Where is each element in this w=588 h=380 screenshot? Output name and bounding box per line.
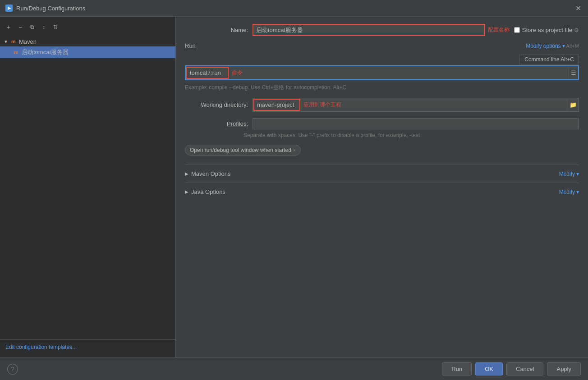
- store-project-checkbox[interactable]: [514, 27, 520, 33]
- maven-group-header[interactable]: ▼ m Maven: [0, 37, 175, 46]
- workdir-annotation: 应用到哪个工程: [303, 101, 341, 109]
- tree-area: ▼ m Maven m 启动tomcat服务器: [0, 34, 175, 339]
- workdir-row: Working directory: 应用到哪个工程 📁: [185, 98, 579, 112]
- java-chevron-icon: ▶: [185, 189, 188, 194]
- folder-button[interactable]: 📁: [567, 99, 579, 111]
- java-options-title: Java Options: [191, 188, 559, 195]
- name-input[interactable]: [253, 25, 484, 35]
- java-options-section: ▶ Java Options Modify ▾: [185, 183, 579, 201]
- command-row: 命令 ☰: [185, 65, 579, 80]
- run-button[interactable]: Run: [442, 362, 472, 375]
- copy-button[interactable]: ⧉: [27, 22, 37, 32]
- tag-row: Open run/debug tool window when started …: [185, 145, 579, 156]
- example-text: Example: compile --debug. Use Ctrl+空格 fo…: [185, 84, 579, 92]
- bottom-bar: ? Run OK Cancel Apply: [0, 357, 588, 380]
- dialog-title: Run/Debug Configurations: [16, 5, 574, 12]
- command-annotation: 命令: [232, 69, 243, 77]
- name-row: Name: 配置名称 Store as project file ⚙: [185, 24, 579, 36]
- tag-close-icon[interactable]: ×: [293, 147, 296, 153]
- command-input[interactable]: [187, 68, 228, 78]
- title-bar: ▶ Run/Debug Configurations ✕: [0, 0, 588, 17]
- tomcat-config-item[interactable]: m 启动tomcat服务器: [0, 46, 175, 58]
- maven-group-icon: m: [10, 38, 17, 45]
- ok-button[interactable]: OK: [475, 362, 503, 375]
- maven-modify-link[interactable]: Modify ▾: [559, 171, 579, 177]
- profiles-row: Profiles:: [185, 118, 579, 129]
- modify-options-link[interactable]: Modify options ▾ Alt+M: [526, 43, 579, 49]
- app-icon: ▶: [5, 5, 13, 12]
- java-options-header[interactable]: ▶ Java Options Modify ▾: [185, 183, 579, 201]
- profiles-hint: Separate with spaces. Use "-" prefix to …: [185, 132, 579, 138]
- run-section-title: Run: [185, 42, 196, 49]
- close-button[interactable]: ✕: [574, 4, 583, 13]
- name-annotation: 配置名称: [488, 26, 510, 34]
- tool-window-tag[interactable]: Open run/debug tool window when started …: [185, 145, 301, 156]
- name-input-container: 配置名称: [253, 24, 510, 36]
- edit-templates-link[interactable]: Edit configuration templates...: [5, 344, 77, 350]
- toolbar: + − ⧉ ↕ ⇅: [0, 20, 175, 34]
- left-footer: Edit configuration templates...: [0, 339, 175, 354]
- workdir-input[interactable]: [254, 100, 299, 110]
- move-button[interactable]: ↕: [39, 22, 49, 32]
- profiles-input[interactable]: [253, 118, 579, 129]
- workdir-label: Working directory:: [185, 101, 253, 108]
- maven-chevron-icon: ▶: [185, 171, 188, 176]
- workdir-input-wrapper: 应用到哪个工程 📁: [253, 98, 579, 112]
- store-project-row: Store as project file ⚙: [514, 27, 579, 33]
- run-section-header: Run Modify options ▾ Alt+M: [185, 42, 579, 49]
- chevron-down-icon: ▼: [4, 39, 8, 44]
- add-button[interactable]: +: [4, 22, 14, 32]
- remove-button[interactable]: −: [15, 22, 25, 32]
- maven-child-icon: m: [13, 49, 20, 56]
- sort-button[interactable]: ⇅: [51, 22, 60, 32]
- cancel-button[interactable]: Cancel: [506, 362, 543, 375]
- maven-options-title: Maven Options: [191, 170, 559, 177]
- help-button[interactable]: ?: [7, 364, 18, 375]
- right-panel: Name: 配置名称 Store as project file ⚙: [176, 17, 588, 357]
- maven-group: ▼ m Maven m 启动tomcat服务器: [0, 36, 175, 59]
- command-menu-button[interactable]: ☰: [568, 67, 578, 79]
- apply-button[interactable]: Apply: [547, 362, 581, 375]
- gear-icon[interactable]: ⚙: [574, 27, 579, 33]
- run-debug-dialog: ▶ Run/Debug Configurations ✕ + − ⧉ ↕: [0, 0, 588, 380]
- maven-options-section: ▶ Maven Options Modify ▾: [185, 165, 579, 183]
- name-label: Name:: [185, 27, 253, 33]
- java-modify-link[interactable]: Modify ▾: [559, 189, 579, 195]
- left-panel: + − ⧉ ↕ ⇅ ▼ m: [0, 17, 176, 357]
- maven-options-header[interactable]: ▶ Maven Options Modify ▾: [185, 165, 579, 183]
- profiles-label: Profiles:: [185, 120, 253, 127]
- command-line-hint: Command line Alt+C: [519, 55, 579, 64]
